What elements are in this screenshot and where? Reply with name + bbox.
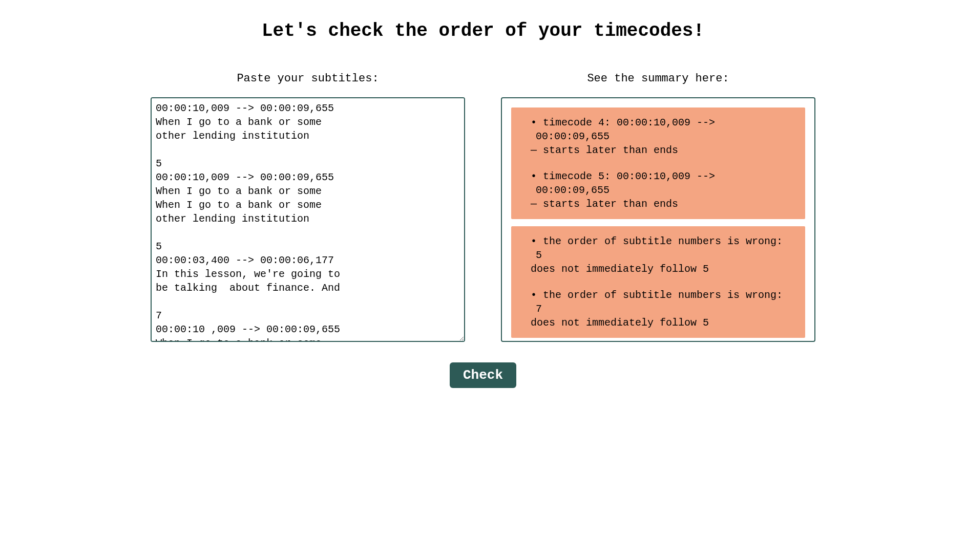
summary-item-text: — starts later than ends — [521, 143, 795, 157]
summary-item: timecode 5: 00:00:10,009 --> 00:00:09,65… — [511, 163, 805, 217]
input-label: Paste your subtitles: — [237, 72, 379, 85]
summary-column: See the summary here: timecode 4: 00:00:… — [501, 72, 815, 342]
summary-item-text: the order of subtitle numbers is wrong: … — [521, 288, 795, 316]
page-title: Let's check the order of your timecodes! — [31, 20, 935, 41]
summary-item-text: timecode 5: 00:00:10,009 --> 00:00:09,65… — [521, 169, 795, 197]
input-column: Paste your subtitles: — [151, 72, 465, 342]
subtitle-input[interactable] — [151, 97, 465, 342]
summary-item-text: the order of subtitle numbers is wrong: … — [521, 234, 795, 262]
summary-label: See the summary here: — [587, 72, 729, 85]
columns-container: Paste your subtitles: See the summary he… — [31, 72, 935, 342]
summary-item: the order of subtitle numbers is wrong: … — [511, 282, 805, 336]
summary-item-text: does not immediately follow 5 — [521, 316, 795, 330]
check-button[interactable]: Check — [450, 362, 516, 388]
summary-item-text: timecode 4: 00:00:10,009 --> 00:00:09,65… — [521, 116, 795, 143]
summary-group: timecode 4: 00:00:10,009 --> 00:00:09,65… — [511, 107, 805, 219]
summary-item-text: does not immediately follow 5 — [521, 262, 795, 276]
summary-item: timecode 4: 00:00:10,009 --> 00:00:09,65… — [511, 110, 805, 163]
summary-panel: timecode 4: 00:00:10,009 --> 00:00:09,65… — [501, 97, 815, 342]
summary-item-text: — starts later than ends — [521, 197, 795, 211]
summary-item: the order of subtitle numbers is wrong: … — [511, 228, 805, 282]
summary-group: the order of subtitle numbers is wrong: … — [511, 226, 805, 338]
